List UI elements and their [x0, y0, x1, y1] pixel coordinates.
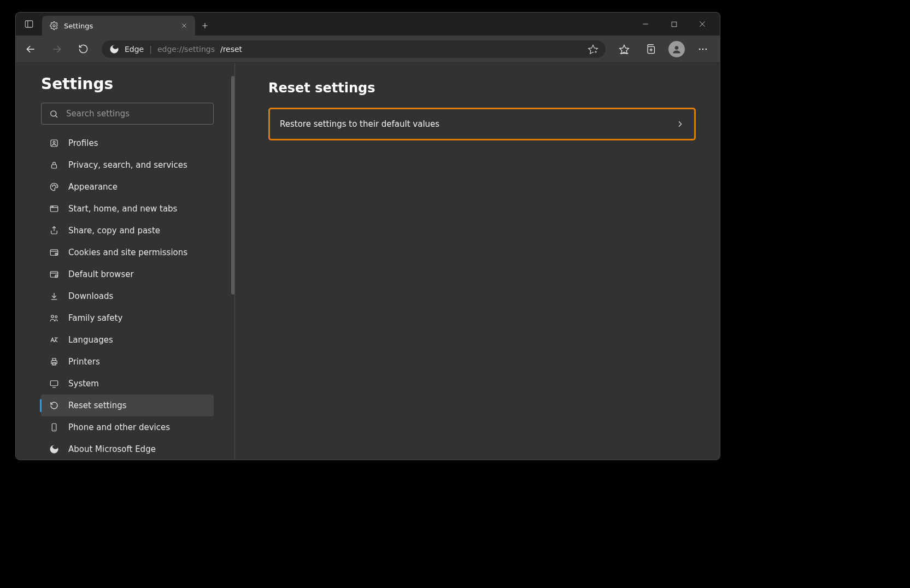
svg-rect-30 — [52, 164, 57, 168]
tab-strip: Settings — [16, 13, 720, 36]
sidebar-item-languages[interactable]: Languages — [41, 329, 214, 351]
forward-button[interactable] — [45, 39, 68, 60]
default-browser-icon — [49, 269, 60, 280]
sidebar-item-label: Default browser — [68, 269, 134, 279]
sidebar-item-about-microsoft-edge[interactable]: About Microsoft Edge — [41, 438, 214, 460]
sidebar-item-label: Reset settings — [68, 401, 127, 410]
add-favorite-button[interactable] — [585, 41, 601, 57]
sidebar-item-start-home-and-new-tabs[interactable]: Start, home, and new tabs — [41, 198, 214, 220]
page-title: Settings — [41, 75, 229, 93]
newtab-icon — [49, 203, 60, 214]
svg-rect-50 — [52, 358, 56, 361]
sidebar-item-label: System — [68, 379, 99, 389]
svg-marker-17 — [620, 45, 629, 54]
sidebar-item-share-copy-and-paste[interactable]: Share, copy and paste — [41, 220, 214, 242]
site-identity[interactable]: Edge | — [109, 44, 152, 54]
minimize-button[interactable] — [639, 17, 652, 31]
main-panel: Reset settings Restore settings to their… — [234, 63, 720, 460]
svg-rect-38 — [50, 250, 58, 256]
search-settings-box[interactable] — [41, 103, 214, 125]
sidebar-item-label: About Microsoft Edge — [68, 444, 156, 454]
tab-title: Settings — [64, 22, 173, 30]
back-button[interactable] — [19, 39, 42, 60]
refresh-button[interactable] — [72, 39, 95, 60]
sidebar-item-label: Phone and other devices — [68, 422, 170, 432]
more-button[interactable] — [691, 39, 714, 60]
sidebar-item-label: Printers — [68, 357, 100, 367]
sidebar-item-label: Family safety — [68, 313, 122, 323]
family-icon — [49, 313, 60, 324]
content-body: Settings ProfilesPrivacy, search, and se… — [16, 63, 720, 460]
sidebar-item-printers[interactable]: Printers — [41, 351, 214, 373]
tab-close-button[interactable] — [179, 20, 190, 31]
sidebar-item-reset-settings[interactable]: Reset settings — [41, 395, 214, 416]
browser-window: Settings Edge — [15, 12, 720, 460]
svg-point-26 — [51, 110, 56, 116]
close-window-button[interactable] — [696, 17, 709, 31]
svg-rect-49 — [51, 361, 57, 364]
reset-icon — [49, 400, 60, 411]
svg-point-31 — [52, 186, 53, 187]
lock-icon — [49, 160, 60, 170]
gear-icon — [50, 21, 58, 30]
tab-settings[interactable]: Settings — [42, 16, 195, 36]
svg-line-27 — [55, 115, 57, 117]
sidebar-item-cookies-and-site-permissions[interactable]: Cookies and site permissions — [41, 242, 214, 263]
restore-defaults-label: Restore settings to their default values — [280, 119, 439, 129]
profile-button[interactable] — [665, 39, 688, 60]
search-icon — [49, 109, 58, 119]
language-icon — [49, 334, 60, 345]
sidebar-item-label: Share, copy and paste — [68, 226, 160, 236]
chevron-right-icon — [676, 120, 684, 128]
svg-point-32 — [54, 185, 55, 186]
collections-button[interactable] — [639, 39, 662, 60]
svg-point-33 — [55, 186, 56, 187]
sidebar-item-appearance[interactable]: Appearance — [41, 176, 214, 198]
settings-nav: ProfilesPrivacy, search, and servicesApp… — [41, 132, 229, 460]
sidebar-item-default-browser[interactable]: Default browser — [41, 263, 214, 285]
svg-point-46 — [51, 315, 54, 318]
sidebar-item-family-safety[interactable]: Family safety — [41, 307, 214, 329]
sidebar-item-label: Start, home, and new tabs — [68, 204, 177, 214]
avatar-icon — [668, 41, 685, 57]
restore-defaults-row[interactable]: Restore settings to their default values — [268, 108, 696, 140]
window-controls — [639, 13, 717, 36]
cookies-icon — [49, 247, 60, 258]
address-bar[interactable]: Edge | edge://settings/reset — [101, 40, 606, 58]
search-input[interactable] — [66, 109, 206, 119]
sidebar-item-label: Profiles — [68, 138, 98, 148]
maximize-button[interactable] — [667, 17, 680, 31]
svg-point-25 — [706, 48, 707, 50]
toolbar: Edge | edge://settings/reset — [16, 36, 720, 63]
sidebar-item-label: Cookies and site permissions — [68, 248, 187, 257]
svg-point-2 — [53, 25, 55, 27]
sidebar-item-profiles[interactable]: Profiles — [41, 132, 214, 154]
svg-rect-0 — [25, 21, 33, 27]
svg-point-47 — [55, 316, 57, 318]
sidebar-item-downloads[interactable]: Downloads — [41, 285, 214, 307]
svg-point-29 — [53, 142, 55, 144]
sidebar-item-label: Downloads — [68, 291, 113, 301]
sidebar-item-label: Appearance — [68, 182, 118, 192]
svg-rect-8 — [672, 22, 677, 27]
svg-point-24 — [702, 48, 704, 50]
separator: | — [149, 45, 152, 54]
svg-point-23 — [699, 48, 701, 50]
svg-rect-52 — [50, 381, 58, 386]
site-product-label: Edge — [125, 45, 144, 54]
vertical-tabs-button[interactable] — [16, 13, 42, 36]
share-icon — [49, 225, 60, 236]
svg-point-37 — [52, 207, 53, 207]
edge-logo-icon — [109, 44, 119, 54]
profile-icon — [49, 138, 60, 149]
sidebar-item-system[interactable]: System — [41, 373, 214, 395]
favorites-button[interactable] — [613, 39, 636, 60]
edge-icon — [49, 444, 60, 455]
new-tab-button[interactable] — [195, 16, 215, 36]
url-host: edge://settings — [157, 45, 215, 54]
sidebar-item-phone-and-other-devices[interactable]: Phone and other devices — [41, 416, 214, 438]
settings-sidebar: Settings ProfilesPrivacy, search, and se… — [16, 63, 234, 460]
sidebar-item-privacy-search-and-services[interactable]: Privacy, search, and services — [41, 154, 214, 176]
palette-icon — [49, 181, 60, 192]
section-heading: Reset settings — [268, 80, 696, 96]
